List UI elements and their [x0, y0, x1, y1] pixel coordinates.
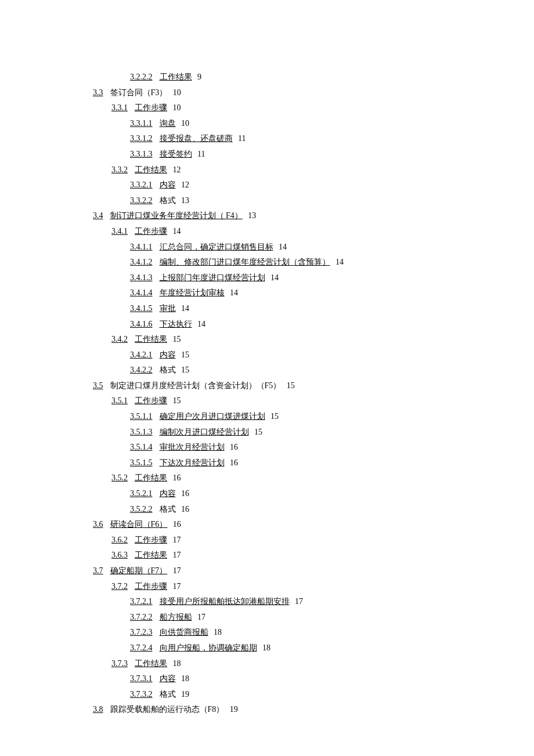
toc-entry: 3.7.2工作步骤 17 — [111, 579, 441, 595]
toc-entry-page: 12 — [179, 180, 190, 189]
toc-entry: 3.5制定进口煤月度经营计划（含资金计划）（F5） 15 — [93, 378, 441, 394]
toc-entry-number[interactable]: 3.4.1 — [111, 227, 128, 236]
toc-entry-title[interactable]: 向用户报船，协调确定船期 — [160, 643, 257, 652]
toc-entry-title[interactable]: 工作步骤 — [135, 536, 167, 544]
toc-entry-title[interactable]: 内容 — [160, 180, 176, 189]
toc-entry-title[interactable]: 汇总合同，确定进口煤销售目标 — [160, 243, 273, 251]
toc-entry-title[interactable]: 接受用户所报船舶抵达卸港船期安排 — [160, 597, 290, 606]
toc-entry-number[interactable]: 3.4.1.6 — [130, 320, 153, 328]
toc-entry-page: 16 — [179, 505, 190, 513]
toc-entry-title[interactable]: 船方报船 — [160, 613, 192, 621]
toc-entry-number[interactable]: 3.5.1.4 — [130, 443, 153, 451]
toc-entry-title[interactable]: 工作结果 — [135, 473, 167, 482]
toc-entry: 3.7.2.1接受用户所报船舶抵达卸港船期安排 17 — [130, 594, 441, 610]
toc-entry-number[interactable]: 3.5.1.5 — [130, 458, 153, 467]
toc-entry-title[interactable]: 内容 — [160, 674, 176, 683]
toc-entry-page: 16 — [228, 443, 239, 451]
toc-entry-number[interactable]: 3.7.2.1 — [130, 597, 153, 606]
toc-entry: 3.3.1.2接受报盘、还盘磋商 11 — [130, 131, 441, 147]
toc-entry-title[interactable]: 研读合同（F6） — [110, 520, 168, 529]
toc-entry-number[interactable]: 3.5.2 — [111, 473, 128, 482]
toc-entry-title[interactable]: 上报部门年度进口煤经营计划 — [160, 273, 265, 282]
toc-entry-number[interactable]: 3.7.2.3 — [130, 628, 153, 636]
toc-entry-number[interactable]: 3.5.1.3 — [130, 428, 153, 436]
toc-entry-number[interactable]: 3.5.1.1 — [130, 412, 153, 421]
toc-entry-title[interactable]: 年度经营计划审核 — [160, 288, 225, 297]
document-page: 3.2.2.2工作结果 93.3签订合同（F3） 103.3.1工作步骤 103… — [0, 0, 534, 756]
toc-entry: 3.4.1.5审批 14 — [130, 301, 441, 317]
toc-entry-number[interactable]: 3.3.1.1 — [130, 119, 153, 128]
toc-entry-title[interactable]: 工作结果 — [160, 73, 192, 81]
toc-entry-number[interactable]: 3.4.1.5 — [130, 304, 153, 313]
toc-entry-title[interactable]: 工作步骤 — [135, 582, 167, 591]
toc-entry-number[interactable]: 3.3.1.3 — [130, 150, 153, 158]
toc-entry: 3.3.1.1询盘 10 — [130, 116, 441, 132]
toc-entry-title[interactable]: 内容 — [160, 489, 176, 498]
toc-entry-number[interactable]: 3.6.3 — [111, 551, 128, 559]
toc-entry-number[interactable]: 3.7.2 — [111, 582, 128, 591]
toc-entry: 3.5.1.3编制次月进口煤经营计划 15 — [130, 425, 441, 440]
toc-entry: 3.3.2.1内容 12 — [130, 178, 441, 193]
toc-entry-number[interactable]: 3.4.1.1 — [130, 243, 153, 251]
toc-entry-title[interactable]: 工作步骤 — [135, 227, 167, 236]
toc-entry-number[interactable]: 3.6 — [93, 520, 103, 529]
toc-entry-title[interactable]: 下达执行 — [160, 320, 192, 328]
toc-entry: 3.3.2.2格式 13 — [130, 193, 441, 209]
toc-entry-title[interactable]: 工作结果 — [135, 335, 167, 343]
toc-entry-title[interactable]: 工作步骤 — [135, 103, 167, 112]
toc-entry: 3.7.3工作结果 18 — [111, 656, 441, 672]
toc-entry-page: 17 — [171, 582, 181, 591]
table-of-contents: 3.2.2.2工作结果 93.3签订合同（F3） 103.3.1工作步骤 103… — [93, 70, 441, 718]
toc-entry-page: 9 — [196, 73, 202, 81]
toc-entry-page: 15 — [171, 396, 181, 405]
toc-entry-number[interactable]: 3.4.2 — [111, 335, 128, 343]
toc-entry-title[interactable]: 编制次月进口煤经营计划 — [160, 428, 249, 436]
toc-entry-number[interactable]: 3.7.3 — [111, 659, 128, 668]
toc-entry-number[interactable]: 3.5.1 — [111, 396, 128, 405]
toc-entry-title[interactable]: 工作结果 — [135, 551, 167, 559]
toc-entry-title[interactable]: 工作结果 — [135, 165, 167, 174]
toc-entry-number[interactable]: 3.3.2 — [111, 165, 128, 174]
toc-entry-title[interactable]: 询盘 — [160, 119, 176, 128]
toc-entry-title[interactable]: 制订进口煤业务年度经营计划（ F4） — [110, 211, 243, 220]
toc-entry-title[interactable]: 接受签约 — [160, 150, 192, 158]
toc-entry-number[interactable]: 3.3.2.1 — [130, 180, 153, 189]
toc-entry-title[interactable]: 确定用户次月进口煤进煤计划 — [160, 412, 265, 421]
toc-entry-page: 17 — [171, 566, 181, 575]
toc-entry-number[interactable]: 3.2.2.2 — [130, 73, 153, 81]
toc-entry-title[interactable]: 工作结果 — [135, 659, 167, 668]
toc-entry: 3.4.1.1汇总合同，确定进口煤销售目标 14 — [130, 240, 441, 255]
toc-entry-number[interactable]: 3.4.1.2 — [130, 258, 153, 266]
toc-entry-number[interactable]: 3.7 — [93, 566, 103, 575]
toc-entry-title[interactable]: 下达次月经营计划 — [160, 458, 225, 467]
toc-entry-number[interactable]: 3.4.1.3 — [130, 273, 153, 282]
toc-entry-number: 3.8 — [93, 705, 103, 714]
toc-entry: 3.4.2.1内容 15 — [130, 348, 441, 363]
toc-entry-number[interactable]: 3.7.2.2 — [130, 613, 153, 621]
toc-entry-title[interactable]: 审批次月经营计划 — [160, 443, 225, 451]
toc-entry-page: 14 — [277, 243, 287, 251]
toc-entry-number[interactable]: 3.5.2.1 — [130, 489, 153, 498]
toc-entry-title[interactable]: 向供货商报船 — [160, 628, 208, 636]
toc-entry-number[interactable]: 3.7.2.4 — [130, 643, 153, 652]
toc-entry-number[interactable]: 3.6.2 — [111, 536, 128, 544]
toc-entry-title: 格式 — [160, 196, 176, 205]
toc-entry-number[interactable]: 3.7.3.1 — [130, 674, 153, 683]
toc-entry: 3.7.3.1内容 18 — [130, 671, 441, 687]
toc-entry-number[interactable]: 3.4 — [93, 211, 103, 220]
toc-entry-title[interactable]: 内容 — [160, 350, 176, 359]
toc-entry-title[interactable]: 确定船期（F7） — [110, 566, 168, 575]
toc-entry-number[interactable]: 3.4.1.4 — [130, 288, 153, 297]
toc-entry-page: 15 — [252, 428, 263, 436]
toc-entry-title[interactable]: 审批 — [160, 304, 176, 313]
toc-entry-page: 17 — [171, 551, 181, 559]
toc-entry-page: 16 — [171, 473, 181, 482]
toc-entry-number[interactable]: 3.4.2.1 — [130, 350, 153, 359]
toc-entry-title[interactable]: 编制、修改部门进口煤年度经营计划（含预算） — [160, 258, 330, 266]
toc-entry-title[interactable]: 接受报盘、还盘磋商 — [160, 134, 233, 143]
toc-entry-number[interactable]: 3.3.1 — [111, 103, 128, 112]
toc-entry-number[interactable]: 3.3.1.2 — [130, 134, 153, 143]
toc-entry-page: 15 — [269, 412, 279, 421]
toc-entry-title[interactable]: 工作步骤 — [135, 396, 167, 405]
toc-entry-page: 15 — [179, 350, 190, 359]
